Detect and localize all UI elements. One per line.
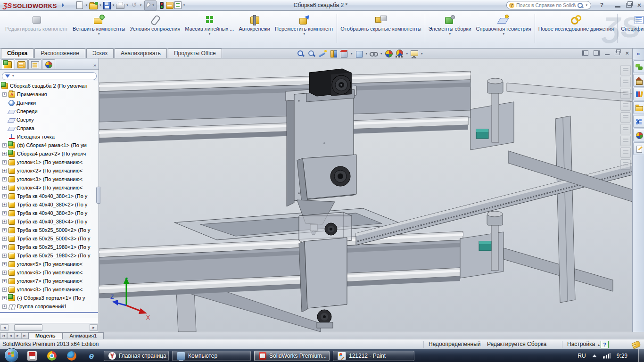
tree-item[interactable]: +уголок<6> (По умолчанию< [0,268,98,277]
tab-evaluate[interactable]: Анализировать [115,49,167,58]
tree-item[interactable]: +уголок<2> (По умолчанию< [0,166,98,175]
expand-toggle[interactable]: + [2,186,7,190]
expand-toggle[interactable]: + [2,203,7,207]
ribbon-button-bom[interactable]: Спецификация [619,13,644,46]
file-explorer-tab[interactable] [633,101,644,114]
zoom-to-fit-icon[interactable] [296,49,305,58]
chrome-icon[interactable] [47,351,57,361]
tree-item[interactable]: +Труба кв 40x40_380<1> (По у [0,192,98,200]
undo-dropdown[interactable]: ▾ [140,3,142,7]
hide-show-items-icon[interactable] [369,49,379,58]
apply-scene-dropdown[interactable]: ▾ [406,52,408,56]
tree-pane-splitter[interactable] [0,312,98,313]
tree-item[interactable]: Справа [0,124,98,132]
assembly-features-dropdown[interactable]: ▾ [449,32,451,36]
rebuild-traffic-light-icon[interactable] [160,2,164,9]
tree-item[interactable]: +уголок<1> (По умолчанию< [0,158,98,166]
tab-office-products[interactable]: Продукты Office [168,49,222,58]
expand-toggle[interactable]: + [2,304,7,309]
first-tab-icon[interactable]: |◀ [0,332,7,339]
show-desktop-button[interactable] [638,349,644,362]
model-top-motor[interactable] [306,69,355,102]
tree-item[interactable]: +уголок<4> (По умолчанию< [0,183,98,192]
model-upper-rail-beam[interactable] [99,71,632,202]
ghost-tool-icon[interactable] [620,100,631,111]
select-dropdown[interactable]: ▾ [152,3,154,7]
firefox-icon[interactable] [67,351,76,361]
pane-right-icon[interactable] [594,50,600,56]
apply-scene-icon[interactable] [395,49,405,58]
new-dropdown[interactable]: ▾ [86,3,88,7]
tree-item[interactable]: +(-) Сборка3 портал<1> (По у [0,294,98,302]
home-tab[interactable] [633,74,644,87]
clock[interactable]: 9:29 [617,353,627,359]
ribbon-button-edit-component[interactable]: Редактировать компонент [3,13,70,46]
expand-toggle[interactable]: + [2,228,7,232]
open-icon[interactable] [89,3,98,9]
select-tool[interactable]: ▾ [144,0,157,10]
ghost-tool-icon[interactable] [620,136,631,146]
view-settings-dropdown[interactable]: ▾ [421,52,423,56]
scroll-left-icon[interactable]: ◀ [0,324,8,331]
assembly-3d-model[interactable]: Y X Z [99,58,632,332]
expand-toggle[interactable]: + [2,220,7,224]
design-checker-icon[interactable] [174,1,182,9]
tree-item[interactable]: Сверху [0,115,98,124]
design-library-tab[interactable] [633,88,644,100]
ribbon-button-move-component[interactable]: Переместить компонент▾ [272,13,336,46]
taskbar-button-solidworks[interactable]: SolidWorks Premium... [254,351,330,361]
ribbon-button-mate[interactable]: Условия сопряжения [128,13,183,46]
featuremanager-tab[interactable] [1,59,14,69]
restore-icon[interactable] [626,3,632,8]
ghost-tool-icon[interactable] [620,124,631,134]
quick-tips-icon[interactable]: ? [601,341,609,348]
search-scope-dropdown[interactable]: ▾ [586,3,587,7]
taskbar-button-paint[interactable]: 121212 - Paint [333,351,414,361]
ghost-tool-icon[interactable] [620,77,631,87]
ribbon-button-motion-study[interactable]: Новое исследование движения [536,13,616,46]
view-settings-icon[interactable] [410,49,419,58]
pinned-app-icon[interactable] [27,351,37,361]
doc-close-icon[interactable]: × [625,50,629,56]
tree-item[interactable]: +Труба кв 40x40_380<4> (По у [0,217,98,226]
propertymanager-tab[interactable] [15,59,28,69]
tree-horizontal-scrollbar[interactable]: ◀ ▶ [0,323,98,332]
expand-toggle[interactable]: + [2,254,7,258]
start-button[interactable] [4,348,19,362]
configurationmanager-tab[interactable] [28,59,41,69]
edit-appearance-icon[interactable] [384,49,394,58]
expand-toggle[interactable]: + [2,92,7,97]
scrollbar-thumb[interactable] [14,324,42,331]
menu-expand-arrow-icon[interactable] [62,3,64,8]
tree-item[interactable]: +(ф) Сборка4 рама<1> (По ум [0,141,98,149]
language-indicator[interactable]: RU [578,353,586,359]
internet-explorer-icon[interactable]: e [87,351,96,361]
last-tab-icon[interactable]: ▶| [21,332,28,339]
solidworks-resources-tab[interactable] [633,60,644,73]
graphics-viewport[interactable]: Y X Z [99,58,632,332]
ribbon-button-smart-fasteners[interactable]: Автокрепежи [236,13,272,46]
expand-toggle[interactable]: + [2,279,7,283]
panel-splitter-handle[interactable] [96,187,100,204]
expand-toggle[interactable]: + [2,160,7,165]
tree-item[interactable]: +Сборка4 рама<2> (По умолч [0,149,98,158]
tree-item[interactable]: +уголок<8> (По умолчанию< [0,285,98,294]
insert-components-dropdown[interactable]: ▾ [98,32,100,36]
custom-properties-tab[interactable] [633,142,644,155]
tree-item[interactable]: +AПримечания [0,90,98,99]
ghost-tool-icon[interactable] [620,148,631,158]
transparent-toolbar[interactable] [620,65,631,170]
tree-item[interactable]: +Труба кв 40x40_380<3> (По у [0,209,98,217]
zoom-to-selection-icon[interactable] [318,49,327,58]
expand-toggle[interactable]: + [2,262,7,266]
next-tab-icon[interactable]: ▶ [14,332,21,339]
ribbon-button-insert-components[interactable]: Вставить компоненты▾ [70,13,128,46]
tags-icon[interactable] [631,340,641,349]
checklist-dropdown[interactable]: ▾ [183,3,185,7]
options-icon[interactable] [166,2,173,9]
expand-toggle[interactable]: + [2,271,7,275]
ribbon-button-show-hidden[interactable]: Отобразить скрытые компоненты [338,13,423,46]
tree-item[interactable]: Спереди [0,107,98,115]
configuration-selector[interactable]: Настройка▴ [562,341,600,348]
view-palette-tab[interactable] [633,115,644,128]
